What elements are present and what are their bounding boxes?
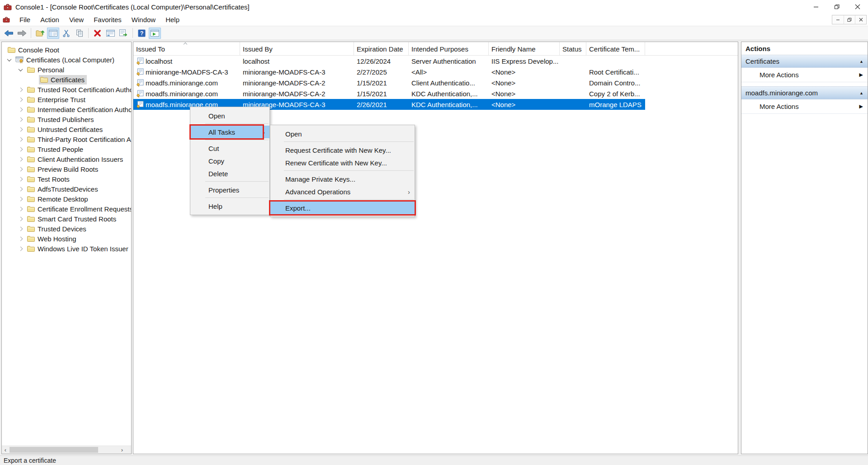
menu-item-manage-private-keys[interactable]: Manage Private Keys...: [270, 173, 415, 185]
chevron-collapsed-icon[interactable]: [15, 148, 26, 151]
menu-item-delete[interactable]: Delete: [190, 167, 269, 180]
tree-item-intermediate-certification-autho[interactable]: Intermediate Certification Autho: [2, 104, 131, 114]
chevron-expanded-icon[interactable]: [15, 68, 26, 71]
tree-item-test-roots[interactable]: Test Roots: [2, 174, 131, 184]
chevron-up-icon[interactable]: ▲: [859, 59, 863, 64]
tree-item-remote-desktop[interactable]: Remote Desktop: [2, 194, 131, 204]
close-icon[interactable]: [847, 0, 868, 14]
tree-item-web-hosting[interactable]: Web Hosting: [2, 234, 131, 244]
chevron-collapsed-icon[interactable]: [15, 217, 26, 221]
chevron-collapsed-icon[interactable]: [15, 197, 26, 201]
chevron-collapsed-icon[interactable]: [15, 108, 26, 111]
column-header-certificate_template[interactable]: Certificate Tem...: [586, 42, 645, 56]
tree-item-client-authentication-issuers[interactable]: Client Authentication Issuers: [2, 154, 131, 164]
chevron-collapsed-icon[interactable]: [15, 227, 26, 230]
menu-item-advanced-operations[interactable]: Advanced Operations›: [270, 185, 415, 198]
tree-item-smart-card-trusted-roots[interactable]: Smart Card Trusted Roots: [2, 214, 131, 224]
tree-item-label: Smart Card Trusted Roots: [38, 215, 116, 223]
tree-item-trusted-root-certification-autho[interactable]: Trusted Root Certification Autho: [2, 85, 131, 94]
tree-item-windows-live-id-token-issuer[interactable]: Windows Live ID Token Issuer: [2, 244, 131, 254]
chevron-collapsed-icon[interactable]: [15, 158, 26, 161]
column-header-status[interactable]: Status: [560, 42, 586, 56]
column-header-intended_purposes[interactable]: Intended Purposes: [409, 42, 489, 56]
delete-button[interactable]: [91, 28, 104, 39]
tree-item-console-root[interactable]: Console Root: [2, 45, 131, 55]
menu-window[interactable]: Window: [127, 14, 160, 25]
menu-item-copy[interactable]: Copy: [190, 155, 269, 167]
tree-item-adfstrusteddevices[interactable]: AdfsTrustedDevices: [2, 184, 131, 194]
tree-item-enterprise-trust[interactable]: Enterprise Trust: [2, 94, 131, 104]
chevron-collapsed-icon[interactable]: [15, 247, 26, 250]
menu-item-open[interactable]: Open: [190, 109, 269, 122]
up-one-level-button[interactable]: [34, 28, 46, 39]
tree-item-content: Windows Live ID Token Issuer: [26, 244, 131, 254]
tree-item-trusted-people[interactable]: Trusted People: [2, 144, 131, 154]
menu-help[interactable]: Help: [160, 14, 184, 25]
menu-action[interactable]: Action: [35, 14, 64, 25]
minimize-icon[interactable]: [806, 0, 826, 14]
chevron-collapsed-icon[interactable]: [15, 178, 26, 181]
certificate-row[interactable]: localhostlocalhost12/26/2024Server Authe…: [133, 56, 645, 66]
menu-separator: [284, 170, 414, 171]
menu-favorites[interactable]: Favorites: [89, 14, 127, 25]
scroll-right-icon[interactable]: ›: [118, 446, 126, 454]
minimize-icon[interactable]: [832, 15, 844, 24]
more-actions-item[interactable]: More Actions▶: [741, 68, 868, 82]
action-group-header[interactable]: Certificates▲: [741, 55, 868, 68]
tree-item-preview-build-roots[interactable]: Preview Build Roots: [2, 164, 131, 174]
chevron-up-icon[interactable]: ▲: [859, 91, 863, 95]
menu-item-properties[interactable]: Properties: [190, 183, 269, 196]
properties-button[interactable]: [104, 28, 117, 39]
chevron-collapsed-icon[interactable]: [15, 98, 26, 101]
tree-item-personal[interactable]: Personal: [2, 65, 131, 75]
menu-item-cut[interactable]: Cut: [190, 142, 269, 155]
export-list-button[interactable]: [118, 28, 130, 39]
chevron-collapsed-icon[interactable]: [15, 118, 26, 121]
chevron-collapsed-icon[interactable]: [15, 168, 26, 171]
close-icon[interactable]: [855, 15, 866, 24]
scroll-left-icon[interactable]: ‹: [2, 446, 9, 454]
tree-item-untrusted-certificates[interactable]: Untrusted Certificates: [2, 124, 131, 134]
back-button[interactable]: [3, 28, 15, 39]
chevron-collapsed-icon[interactable]: [15, 138, 26, 141]
chevron-collapsed-icon[interactable]: [15, 128, 26, 131]
tree-item-certificates-local-computer[interactable]: Certificates (Local Computer): [2, 55, 131, 65]
tree-item-third-party-root-certification-au[interactable]: Third-Party Root Certification Au: [2, 134, 131, 144]
menu-file[interactable]: File: [14, 14, 35, 25]
menu-item-all-tasks[interactable]: All Tasks›: [190, 126, 269, 138]
certificate-row[interactable]: miniorange-MOADFS-CA-3miniorange-MOADFS-…: [133, 66, 645, 77]
tree-horizontal-scrollbar[interactable]: ‹ ›: [2, 446, 131, 454]
chevron-collapsed-icon[interactable]: [15, 207, 26, 211]
column-header-issued_by[interactable]: Issued By: [240, 42, 354, 56]
chevron-collapsed-icon[interactable]: [15, 188, 26, 191]
cut-button[interactable]: [60, 28, 72, 39]
show-console-tree-button[interactable]: [47, 28, 59, 39]
certificate-row[interactable]: moadfs.miniorange.comminiorange-MOADFS-C…: [133, 88, 645, 99]
menu-item-open[interactable]: Open: [270, 127, 415, 140]
more-actions-item[interactable]: More Actions▶: [741, 99, 868, 113]
tree-item-trusted-devices[interactable]: Trusted Devices: [2, 224, 131, 234]
tree-item-certificate-enrollment-requests[interactable]: Certificate Enrollment Requests: [2, 204, 131, 214]
column-header-issued_to[interactable]: Issued To: [133, 42, 240, 56]
scrollbar-thumb[interactable]: [9, 447, 98, 453]
chevron-collapsed-icon[interactable]: [15, 237, 26, 240]
chevron-collapsed-icon[interactable]: [15, 88, 26, 91]
restore-icon[interactable]: [844, 15, 855, 24]
menu-item-help[interactable]: Help: [190, 200, 269, 212]
certificate-row[interactable]: moadfs.miniorange.comminiorange-MOADFS-C…: [133, 77, 645, 88]
show-action-pane-button[interactable]: [149, 28, 161, 39]
copy-button[interactable]: [73, 28, 85, 39]
action-group-header[interactable]: moadfs.miniorange.com▲: [741, 87, 868, 99]
menu-item-renew-certificate-with-new-key[interactable]: Renew Certificate with New Key...: [270, 156, 415, 169]
column-header-expiration_date[interactable]: Expiration Date: [354, 42, 409, 56]
menu-view[interactable]: View: [64, 14, 89, 25]
menu-item-export[interactable]: Export...: [270, 202, 415, 214]
chevron-expanded-icon[interactable]: [4, 58, 14, 61]
tree-item-trusted-publishers[interactable]: Trusted Publishers: [2, 114, 131, 124]
menu-item-request-certificate-with-new-key[interactable]: Request Certificate with New Key...: [270, 144, 415, 156]
column-header-friendly_name[interactable]: Friendly Name: [489, 42, 560, 56]
tree-item-certificates[interactable]: Certificates: [2, 75, 131, 85]
forward-button[interactable]: [16, 28, 28, 39]
restore-icon[interactable]: [826, 0, 847, 14]
help-button[interactable]: ?: [136, 28, 148, 39]
